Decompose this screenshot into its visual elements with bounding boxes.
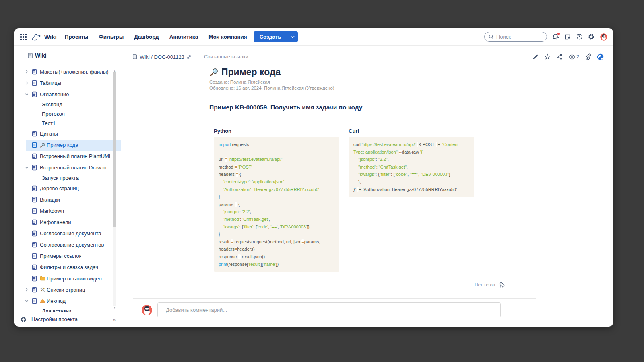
- sidebar-item[interactable]: Списки страниц: [14, 284, 121, 295]
- brand-title: Wiki: [44, 33, 57, 40]
- sidebar-item[interactable]: Протокол: [14, 109, 121, 119]
- code-token: result: [219, 239, 231, 244]
- code-token: import: [219, 142, 231, 147]
- chevron-down-icon[interactable]: [25, 299, 31, 303]
- code-token: X POST: [418, 142, 436, 147]
- code-token: requests.request(method, url, json: [233, 239, 301, 244]
- search-input[interactable]: [496, 34, 541, 40]
- sidebar-item-label: Таблицы: [40, 80, 61, 86]
- history-icon[interactable]: [576, 33, 583, 40]
- sidebar-item[interactable]: Для вставки: [14, 306, 121, 312]
- sidebar-header: Wiki: [14, 46, 121, 63]
- code-token: "method": [358, 165, 376, 169]
- sidebar-item[interactable]: Запуск проекта: [14, 173, 121, 183]
- apps-grid-icon[interactable]: [20, 34, 27, 40]
- notifications-bell-icon[interactable]: [552, 33, 559, 40]
- page-meta: Создано: Полина Яглейская Обновлено: 16 …: [209, 79, 613, 91]
- code-token: }': [353, 187, 357, 192]
- project-settings-label[interactable]: Настройки проекта: [31, 316, 78, 322]
- nav-item[interactable]: Дашборд: [134, 34, 159, 40]
- related-links-tab[interactable]: Связанные ссылки: [204, 54, 248, 60]
- settings-gear-icon[interactable]: [588, 33, 595, 40]
- favorite-star-icon[interactable]: [544, 53, 551, 60]
- code-line: headers = {: [219, 171, 334, 178]
- sidebar-item[interactable]: Инклюд: [14, 295, 121, 306]
- chevron-right-icon[interactable]: [25, 70, 31, 74]
- create-dropdown-chevron-icon[interactable]: [287, 31, 298, 42]
- dino-logo-icon[interactable]: [31, 33, 42, 41]
- views-eye-icon[interactable]: 2: [568, 54, 579, 60]
- notification-dot: [557, 33, 560, 35]
- sidebar-item[interactable]: Встроенный плагин PlantUML: [14, 151, 121, 162]
- top-navbar: Wiki ПроектыФильтрыДашбордАналитикаМоя к…: [14, 28, 613, 46]
- sidebar-item[interactable]: Оглавление: [14, 88, 121, 100]
- code-token: [353, 172, 358, 177]
- public-globe-icon[interactable]: [597, 53, 604, 60]
- sidebar-item[interactable]: Примеры ссылок: [14, 250, 121, 261]
- create-button-label[interactable]: Создать: [254, 31, 287, 42]
- document-icon: [31, 185, 40, 191]
- sidebar-item[interactable]: Согласование документа: [14, 228, 121, 239]
- sidebar-item[interactable]: Пример вставки видео: [14, 273, 121, 284]
- main-content: Wiki / DOC-001123 Связанные ссылки: [121, 46, 613, 326]
- sidebar-item-label: Инфопанели: [40, 219, 71, 225]
- sidebar-item[interactable]: Таблицы: [14, 77, 121, 88]
- scroll-down-arrow[interactable]: ▼: [114, 306, 116, 309]
- section-heading: Пример KB-000059. Получить имя задачи по…: [209, 104, 613, 111]
- sidebar-item-label: Примеры ссылок: [40, 253, 81, 259]
- add-tag-icon[interactable]: [499, 282, 505, 288]
- comment-row: [142, 302, 613, 317]
- sidebar-item[interactable]: Markdown: [14, 205, 121, 216]
- dune-icon: [40, 298, 45, 303]
- sidebar-item-label: Дерево страниц: [40, 185, 79, 191]
- breadcrumb-path[interactable]: Wiki / DOC-001123: [140, 54, 184, 60]
- collapse-sidebar-button[interactable]: «: [113, 316, 115, 323]
- sidebar-item[interactable]: Цитаты: [14, 128, 121, 140]
- chevron-down-icon[interactable]: [25, 93, 31, 96]
- attachment-paperclip-icon[interactable]: [585, 53, 591, 60]
- code-token: 'CmfTask.get': [242, 217, 268, 222]
- user-avatar[interactable]: [600, 33, 607, 41]
- code-token: raw: [412, 150, 420, 154]
- chevron-right-icon[interactable]: [25, 81, 31, 85]
- share-icon[interactable]: [556, 53, 563, 60]
- sidebar-item[interactable]: Пример кода: [14, 140, 121, 151]
- sidebar-item[interactable]: Встроенный плагин Draw.io: [14, 162, 121, 173]
- sidebar: Wiki Макеты(+вложения, файлы)ТаблицыОгла…: [14, 46, 121, 326]
- sidebar-item-label: Фильтры и связка задач: [40, 264, 98, 270]
- scrollbar-thumb[interactable]: [113, 72, 116, 227]
- code-block-body[interactable]: curl 'https://test.evateam.ru/api/' -X P…: [349, 137, 474, 197]
- sidebar-item[interactable]: Тест1: [14, 119, 121, 128]
- project-settings-gear-icon[interactable]: [20, 316, 27, 323]
- nav-item[interactable]: Фильтры: [99, 34, 124, 40]
- sidebar-item[interactable]: Дерево страниц: [14, 183, 121, 194]
- chevron-down-icon[interactable]: [25, 166, 31, 169]
- create-button[interactable]: Создать: [254, 31, 298, 42]
- add-comment-input[interactable]: [157, 302, 501, 317]
- sidebar-item[interactable]: Фильтры и связка задач: [14, 261, 121, 273]
- notes-icon[interactable]: [564, 34, 571, 40]
- code-line: 'content-type': 'application/json',: [219, 178, 334, 186]
- page-tree: Макеты(+вложения, файлы)ТаблицыОглавлени…: [14, 63, 121, 312]
- search-box[interactable]: [484, 32, 547, 42]
- nav-item[interactable]: Моя компания: [208, 34, 247, 40]
- sidebar-item[interactable]: Вкладки: [14, 194, 121, 205]
- document-header-bar: Wiki / DOC-001123 Связанные ссылки: [121, 46, 613, 62]
- code-token: [353, 157, 358, 162]
- nav-item[interactable]: Проекты: [65, 34, 89, 40]
- code-token: "Content-: [442, 142, 460, 147]
- sidebar-item[interactable]: Экспанд: [14, 100, 121, 109]
- scroll-up-arrow[interactable]: ▲: [114, 69, 116, 72]
- chevron-right-icon[interactable]: [25, 288, 31, 292]
- sidebar-item[interactable]: Согласование документов: [14, 239, 121, 250]
- sidebar-item[interactable]: Макеты(+вложения, файлы): [14, 66, 121, 77]
- sidebar-item-label: Пример кода: [47, 142, 78, 148]
- copy-link-icon[interactable]: [186, 54, 192, 60]
- sidebar-item[interactable]: Инфопанели: [14, 216, 121, 228]
- edit-pencil-icon[interactable]: [532, 53, 539, 60]
- sidebar-scrollbar[interactable]: ▲ ▼: [113, 69, 116, 309]
- code-token: 'result': [248, 262, 260, 267]
- code-block-body[interactable]: import requests url = 'https://test.evat…: [214, 137, 339, 272]
- breadcrumb[interactable]: Wiki / DOC-001123: [132, 54, 184, 60]
- nav-item[interactable]: Аналитика: [169, 34, 198, 40]
